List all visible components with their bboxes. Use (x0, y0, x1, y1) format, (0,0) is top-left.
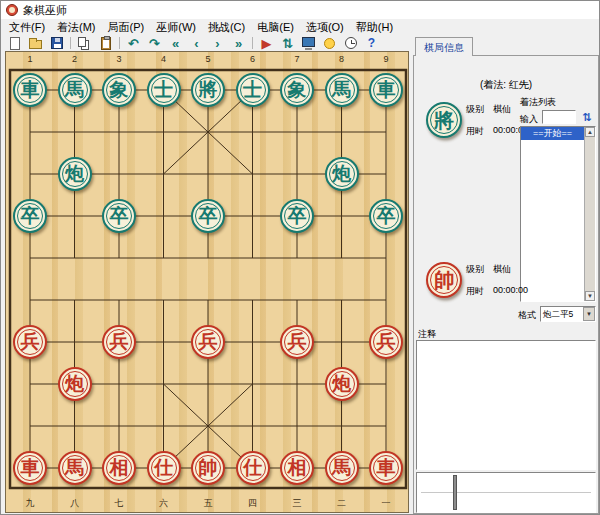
piece-red-r9c8[interactable]: 車 (369, 451, 403, 485)
file-number-top: 3 (109, 54, 129, 64)
piece-red-r7c1[interactable]: 炮 (58, 367, 92, 401)
app-icon[interactable] (6, 4, 18, 16)
computer-move-button[interactable]: ▶ (256, 35, 277, 51)
piece-red-r6c0[interactable]: 兵 (13, 325, 47, 359)
file-number-top: 1 (20, 54, 40, 64)
toolbar: ↶↷«‹›»▶⇅? (1, 35, 411, 51)
next-move-icon: › (215, 37, 219, 50)
tab-game-info[interactable]: 棋局信息 (415, 37, 473, 56)
piece-red-r9c5[interactable]: 仕 (236, 451, 270, 485)
help-button[interactable]: ? (361, 35, 382, 51)
black-level-row: 级别 棋仙 (466, 103, 511, 116)
slider-track (421, 492, 591, 493)
help-icon: ? (368, 37, 375, 49)
black-level-value: 棋仙 (493, 103, 511, 116)
timer-icon (345, 37, 357, 49)
format-label: 格式 (518, 309, 536, 322)
first-move-button[interactable]: « (165, 35, 186, 51)
menu-help[interactable]: 帮助(H) (350, 19, 399, 36)
last-move-button[interactable]: » (228, 35, 249, 51)
timer-button[interactable] (340, 35, 361, 51)
piece-black-r0c4[interactable]: 將 (191, 73, 225, 107)
piece-black-r0c1[interactable]: 馬 (58, 73, 92, 107)
piece-red-r9c2[interactable]: 相 (102, 451, 136, 485)
format-select[interactable]: 炮二平5 ▼ (540, 306, 596, 322)
move-list-item[interactable]: ==开始== (521, 127, 584, 140)
piece-red-r9c6[interactable]: 相 (280, 451, 314, 485)
piece-black-r0c6[interactable]: 象 (280, 73, 314, 107)
menu-options[interactable]: 选项(O) (300, 19, 350, 36)
piece-red-r9c7[interactable]: 馬 (325, 451, 359, 485)
board[interactable]: 123456789九八七六五四三二一車馬象士將士象馬車炮炮卒卒卒卒卒兵兵兵兵兵炮… (5, 51, 409, 513)
piece-red-r6c6[interactable]: 兵 (280, 325, 314, 359)
open-icon (29, 40, 42, 49)
piece-black-r0c0[interactable]: 車 (13, 73, 47, 107)
menu-wizard[interactable]: 巫师(W) (150, 19, 202, 36)
piece-black-r3c6[interactable]: 卒 (280, 199, 314, 233)
new-icon (10, 37, 20, 50)
redo-move-button[interactable]: ↷ (144, 35, 165, 51)
menu-computer[interactable]: 电脑(E) (251, 19, 300, 36)
undo-move-button[interactable]: ↶ (123, 35, 144, 51)
hint-button[interactable] (319, 35, 340, 51)
window-title: 象棋巫师 (23, 3, 67, 18)
piece-red-r7c7[interactable]: 炮 (325, 367, 359, 401)
scroll-up-icon[interactable]: ▲ (585, 127, 595, 137)
copy-icon (78, 37, 86, 47)
save-button[interactable] (46, 35, 67, 51)
file-number-top: 4 (154, 54, 174, 64)
piece-red-r9c4[interactable]: 帥 (191, 451, 225, 485)
menu-challenge[interactable]: 挑战(C) (202, 19, 251, 36)
paste-button[interactable] (95, 35, 116, 51)
info-panel: 棋局信息 (着法: 红先) 將 级别 棋仙 用时 00:00:00 着法列表 输… (411, 35, 600, 515)
piece-black-r0c5[interactable]: 士 (236, 73, 270, 107)
redo-move-icon: ↷ (149, 37, 160, 50)
menu-file[interactable]: 文件(F) (3, 19, 51, 36)
first-move-icon: « (172, 37, 179, 50)
piece-red-r9c0[interactable]: 車 (13, 451, 47, 485)
menu-position[interactable]: 局面(P) (102, 19, 151, 36)
piece-black-r0c7[interactable]: 馬 (325, 73, 359, 107)
red-time-label: 用时 (466, 285, 484, 298)
copy-button[interactable] (74, 35, 95, 51)
move-list-scrollbar[interactable]: ▲ ▼ (584, 127, 595, 301)
move-input[interactable] (542, 110, 576, 124)
comment-textarea[interactable] (416, 340, 596, 470)
black-time-row: 用时 00:00:00 (466, 125, 528, 138)
piece-black-r0c8[interactable]: 車 (369, 73, 403, 107)
next-move-button[interactable]: › (207, 35, 228, 51)
piece-red-r9c1[interactable]: 馬 (58, 451, 92, 485)
piece-black-r3c4[interactable]: 卒 (191, 199, 225, 233)
new-button[interactable] (4, 35, 25, 51)
dropdown-arrow-icon[interactable]: ▼ (583, 307, 595, 321)
piece-black-r3c0[interactable]: 卒 (13, 199, 47, 233)
file-number-top: 2 (65, 54, 85, 64)
piece-red-r6c8[interactable]: 兵 (369, 325, 403, 359)
piece-red-r6c4[interactable]: 兵 (191, 325, 225, 359)
piece-red-r6c2[interactable]: 兵 (102, 325, 136, 359)
scroll-down-icon[interactable]: ▼ (585, 291, 595, 301)
game-progress-slider[interactable] (416, 472, 596, 513)
piece-black-r0c3[interactable]: 士 (147, 73, 181, 107)
piece-red-r9c3[interactable]: 仕 (147, 451, 181, 485)
open-button[interactable] (25, 35, 46, 51)
file-number-top: 5 (198, 54, 218, 64)
piece-black-r2c7[interactable]: 炮 (325, 157, 359, 191)
prev-move-button[interactable]: ‹ (186, 35, 207, 51)
flip-board-button[interactable]: ⇅ (277, 35, 298, 51)
move-list[interactable]: ==开始== ▲ ▼ (520, 126, 596, 302)
file-number-top: 7 (287, 54, 307, 64)
engine-button[interactable] (298, 35, 319, 51)
piece-black-r2c1[interactable]: 炮 (58, 157, 92, 191)
piece-black-r3c8[interactable]: 卒 (369, 199, 403, 233)
piece-black-r3c2[interactable]: 卒 (102, 199, 136, 233)
title-bar: 象棋巫师 (1, 1, 599, 19)
variation-spinner-icon[interactable]: ⇅ (580, 110, 594, 124)
game-info-box: (着法: 红先) 將 级别 棋仙 用时 00:00:00 着法列表 输入 ⇅ =… (413, 55, 599, 514)
menu-moves[interactable]: 着法(M) (51, 19, 102, 36)
file-number-bottom: 五 (198, 497, 218, 510)
red-time-row: 用时 00:00:00 (466, 285, 528, 298)
slider-thumb[interactable] (453, 475, 457, 510)
piece-black-r0c2[interactable]: 象 (102, 73, 136, 107)
move-input-label: 输入 (520, 113, 538, 126)
